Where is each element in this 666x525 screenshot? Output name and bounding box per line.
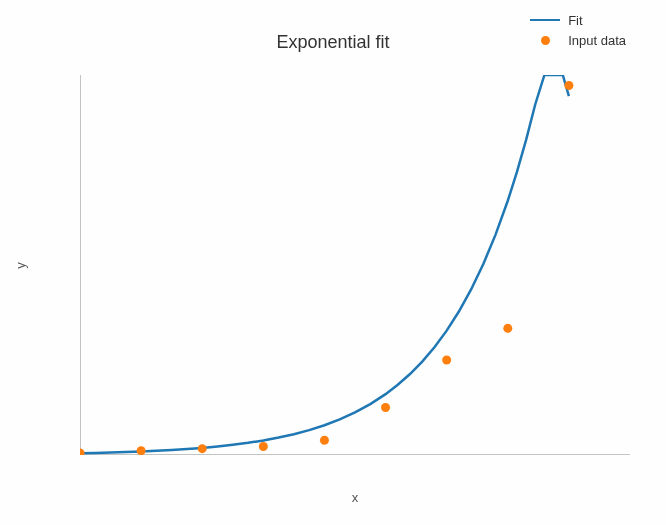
data-point <box>80 448 85 455</box>
data-point <box>198 444 207 453</box>
legend-dot-wrap <box>530 36 560 45</box>
data-point <box>503 324 512 333</box>
legend-line-icon <box>530 19 560 21</box>
data-points <box>80 81 573 455</box>
data-point <box>259 442 268 451</box>
plot-area: 246810 50100150200250300350 <box>80 75 630 455</box>
x-axis-label: x <box>80 490 630 505</box>
chart-container: Exponential fit Fit Input data x y 24681… <box>0 0 666 525</box>
fit-line <box>80 75 569 453</box>
legend-label-data: Input data <box>568 33 626 48</box>
legend-label-fit: Fit <box>568 13 582 28</box>
legend: Fit Input data <box>530 10 626 50</box>
data-point <box>381 403 390 412</box>
y-axis-label: y <box>10 75 30 455</box>
legend-item-data: Input data <box>530 30 626 50</box>
legend-item-fit: Fit <box>530 10 626 30</box>
data-point <box>564 81 573 90</box>
legend-dot-icon <box>541 36 550 45</box>
data-point <box>442 356 451 365</box>
data-point <box>137 446 146 455</box>
data-point <box>320 436 329 445</box>
